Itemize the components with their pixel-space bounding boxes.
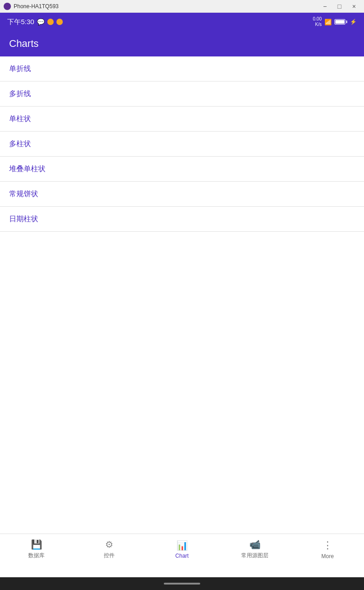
list-item-label: 常规饼状 bbox=[9, 189, 38, 199]
window-title: Phone-HA1TQ593 bbox=[14, 3, 59, 10]
list-item-label: 多折线 bbox=[9, 89, 31, 99]
close-button[interactable]: × bbox=[348, 2, 360, 11]
message-icon: 💬 bbox=[37, 18, 45, 25]
list-item-multi-bar[interactable]: 多柱状 bbox=[0, 132, 364, 157]
status-bar-left: 下午5:30 💬 bbox=[7, 18, 63, 26]
nav-label-chart: Chart bbox=[175, 553, 188, 559]
status-bar: 下午5:30 💬 0.00 K/s 📶 ⚡ bbox=[0, 13, 364, 31]
list-item-date-bar[interactable]: 日期柱状 bbox=[0, 207, 364, 232]
status-bar-right: 0.00 K/s 📶 ⚡ bbox=[313, 16, 357, 27]
nav-item-database[interactable]: 💾 数据库 bbox=[0, 534, 73, 565]
controls-icon: ⚙ bbox=[105, 539, 113, 550]
wifi-icon: 📶 bbox=[324, 19, 332, 25]
list-item-pie-chart[interactable]: 常规饼状 bbox=[0, 182, 364, 207]
time-display: 下午5:30 bbox=[7, 18, 34, 26]
layers-icon: 📹 bbox=[249, 539, 261, 550]
bottom-navigation: 💾 数据库 ⚙ 控件 📊 Chart 📹 常用源图层 ⋮ More bbox=[0, 534, 364, 565]
maximize-button[interactable]: □ bbox=[333, 2, 346, 11]
list-item-stacked-bar[interactable]: 堆叠单柱状 bbox=[0, 157, 364, 182]
status-dot-yellow1 bbox=[47, 19, 54, 25]
nav-label-common-layers: 常用源图层 bbox=[241, 552, 268, 559]
chart-list: 单折线 多折线 单柱状 多柱状 堆叠单柱状 常规饼状 日期柱状 bbox=[0, 56, 364, 577]
list-item-multi-line[interactable]: 多折线 bbox=[0, 81, 364, 107]
nav-label-database: 数据库 bbox=[28, 552, 45, 559]
window-titlebar: Phone-HA1TQ593 − □ × bbox=[0, 0, 364, 13]
app-icon bbox=[4, 3, 11, 10]
database-icon: 💾 bbox=[31, 539, 42, 550]
nav-label-controls: 控件 bbox=[104, 552, 115, 559]
app-header: Charts bbox=[0, 31, 364, 56]
list-item-label: 单柱状 bbox=[9, 114, 31, 124]
window-controls[interactable]: − □ × bbox=[318, 2, 360, 11]
system-bottom-bar bbox=[0, 577, 364, 590]
status-dot-yellow2 bbox=[56, 19, 63, 25]
list-item-single-bar[interactable]: 单柱状 bbox=[0, 107, 364, 132]
minimize-button[interactable]: − bbox=[318, 2, 331, 11]
nav-item-controls[interactable]: ⚙ 控件 bbox=[73, 534, 146, 565]
nav-item-more[interactable]: ⋮ More bbox=[291, 534, 364, 565]
more-icon: ⋮ bbox=[323, 539, 333, 551]
chart-icon: 📊 bbox=[177, 540, 188, 551]
list-item-single-line[interactable]: 单折线 bbox=[0, 56, 364, 81]
main-content: 下午5:30 💬 0.00 K/s 📶 ⚡ Charts bbox=[0, 13, 364, 577]
charging-icon: ⚡ bbox=[350, 19, 357, 25]
list-item-label: 单折线 bbox=[9, 64, 31, 74]
list-item-label: 多柱状 bbox=[9, 139, 31, 149]
nav-label-more: More bbox=[321, 553, 334, 559]
network-speed: 0.00 K/s bbox=[313, 16, 322, 27]
battery-indicator bbox=[334, 19, 347, 25]
window-title-area: Phone-HA1TQ593 bbox=[4, 3, 59, 10]
nav-item-chart[interactable]: 📊 Chart bbox=[146, 534, 218, 565]
list-item-label: 堆叠单柱状 bbox=[9, 164, 46, 174]
list-item-label: 日期柱状 bbox=[9, 214, 38, 224]
home-indicator bbox=[164, 583, 200, 585]
page-title: Charts bbox=[9, 38, 39, 50]
nav-item-common-layers[interactable]: 📹 常用源图层 bbox=[218, 534, 291, 565]
